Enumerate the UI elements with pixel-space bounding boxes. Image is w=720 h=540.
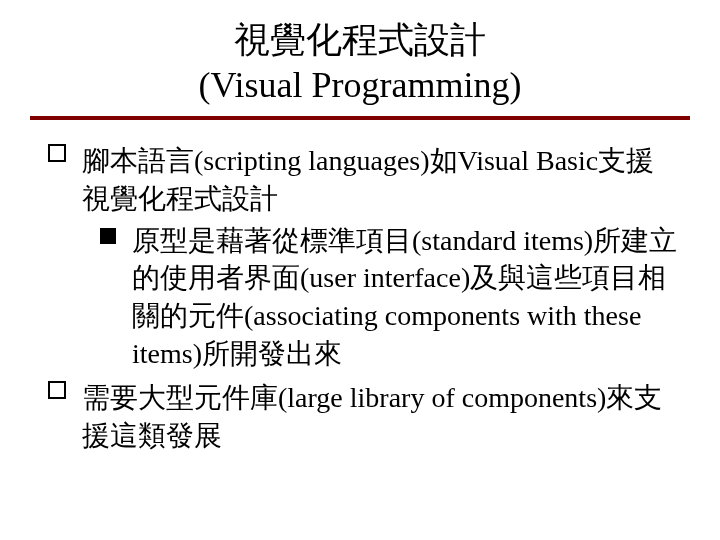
bullet-list: 腳本語言(scripting languages)如Visual Basic支援… [30,142,690,454]
title-line-2: (Visual Programming) [199,65,522,105]
sub-list: 原型是藉著從標準項目(standard items)所建立的使用者界面(user… [82,222,680,373]
slide: 視覺化程式設計 (Visual Programming) 腳本語言(script… [0,0,720,540]
sub-list-item: 原型是藉著從標準項目(standard items)所建立的使用者界面(user… [100,222,680,373]
list-item: 需要大型元件庫(large library of components)來支援這… [48,379,680,455]
list-item: 腳本語言(scripting languages)如Visual Basic支援… [48,142,680,373]
square-filled-bullet-icon [100,228,116,244]
title-underline [30,116,690,120]
title-line-1: 視覺化程式設計 [234,20,486,60]
list-item-text: 需要大型元件庫(large library of components)來支援這… [82,382,662,451]
square-open-bullet-icon [48,144,66,162]
list-item-text: 腳本語言(scripting languages)如Visual Basic支援… [82,145,654,214]
slide-title: 視覺化程式設計 (Visual Programming) [30,18,690,108]
sub-list-item-text: 原型是藉著從標準項目(standard items)所建立的使用者界面(user… [132,225,677,369]
square-open-bullet-icon [48,381,66,399]
